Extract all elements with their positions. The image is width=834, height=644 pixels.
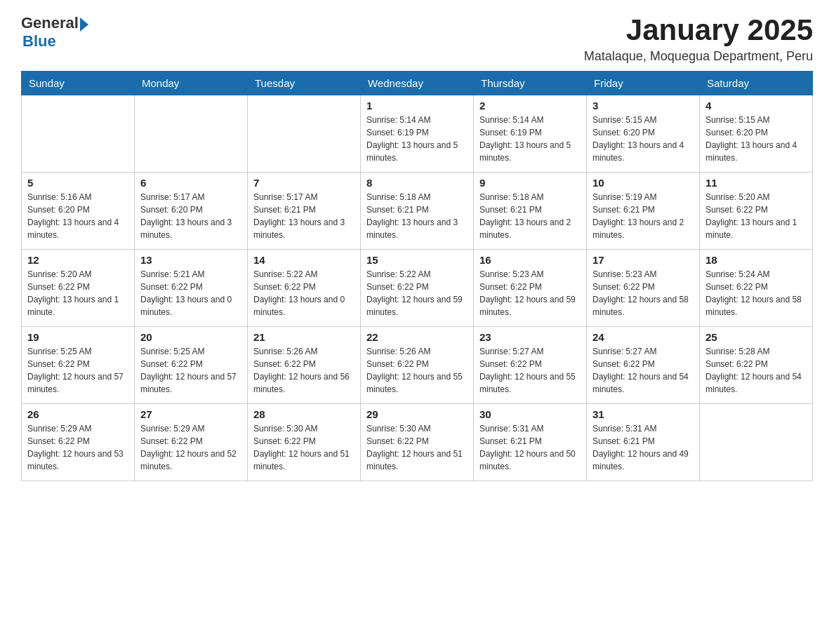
calendar-day-cell: 26Sunrise: 5:29 AMSunset: 6:22 PMDayligh… (22, 404, 135, 481)
day-sun-info: Sunrise: 5:26 AMSunset: 6:22 PMDaylight:… (253, 345, 355, 396)
calendar-week-row: 26Sunrise: 5:29 AMSunset: 6:22 PMDayligh… (22, 404, 813, 481)
calendar-day-cell: 31Sunrise: 5:31 AMSunset: 6:21 PMDayligh… (587, 404, 700, 481)
day-number: 27 (140, 408, 241, 420)
day-sun-info: Sunrise: 5:18 AMSunset: 6:21 PMDaylight:… (479, 191, 581, 241)
day-number: 8 (366, 177, 468, 189)
calendar-day-cell: 16Sunrise: 5:23 AMSunset: 6:22 PMDayligh… (474, 250, 587, 327)
day-number: 24 (593, 331, 694, 343)
calendar-day-cell: 27Sunrise: 5:29 AMSunset: 6:22 PMDayligh… (135, 404, 248, 481)
day-sun-info: Sunrise: 5:14 AMSunset: 6:19 PMDaylight:… (479, 114, 581, 164)
calendar-day-cell: 28Sunrise: 5:30 AMSunset: 6:22 PMDayligh… (248, 404, 361, 481)
day-number: 18 (706, 254, 807, 266)
page-header: General Blue January 2025 Matalaque, Moq… (21, 14, 813, 64)
day-sun-info: Sunrise: 5:23 AMSunset: 6:22 PMDaylight:… (593, 268, 694, 318)
day-sun-info: Sunrise: 5:29 AMSunset: 6:22 PMDaylight:… (27, 422, 128, 473)
calendar-day-cell: 1Sunrise: 5:14 AMSunset: 6:19 PMDaylight… (361, 95, 474, 173)
day-of-week-header: Thursday (474, 72, 587, 95)
day-sun-info: Sunrise: 5:23 AMSunset: 6:22 PMDaylight:… (479, 268, 581, 318)
calendar-day-cell (700, 404, 813, 481)
day-number: 16 (479, 254, 581, 266)
day-number: 5 (27, 177, 128, 189)
calendar-day-cell: 21Sunrise: 5:26 AMSunset: 6:22 PMDayligh… (248, 327, 361, 404)
calendar-day-cell: 15Sunrise: 5:22 AMSunset: 6:22 PMDayligh… (361, 250, 474, 327)
day-number: 15 (366, 254, 468, 266)
calendar-day-cell: 17Sunrise: 5:23 AMSunset: 6:22 PMDayligh… (587, 250, 700, 327)
day-sun-info: Sunrise: 5:30 AMSunset: 6:22 PMDaylight:… (253, 422, 355, 473)
day-sun-info: Sunrise: 5:15 AMSunset: 6:20 PMDaylight:… (706, 114, 807, 164)
day-number: 30 (479, 408, 581, 420)
day-number: 22 (366, 331, 468, 343)
day-number: 4 (706, 100, 807, 112)
day-sun-info: Sunrise: 5:22 AMSunset: 6:22 PMDaylight:… (253, 268, 355, 318)
day-sun-info: Sunrise: 5:29 AMSunset: 6:22 PMDaylight:… (140, 422, 241, 473)
calendar-day-cell: 12Sunrise: 5:20 AMSunset: 6:22 PMDayligh… (22, 250, 135, 327)
day-sun-info: Sunrise: 5:18 AMSunset: 6:21 PMDaylight:… (366, 191, 468, 241)
day-sun-info: Sunrise: 5:25 AMSunset: 6:22 PMDaylight:… (140, 345, 241, 396)
day-sun-info: Sunrise: 5:31 AMSunset: 6:21 PMDaylight:… (593, 422, 694, 473)
calendar-day-cell: 24Sunrise: 5:27 AMSunset: 6:22 PMDayligh… (587, 327, 700, 404)
day-sun-info: Sunrise: 5:17 AMSunset: 6:20 PMDaylight:… (140, 191, 241, 241)
calendar-day-cell: 20Sunrise: 5:25 AMSunset: 6:22 PMDayligh… (135, 327, 248, 404)
day-number: 13 (140, 254, 241, 266)
calendar-day-cell: 7Sunrise: 5:17 AMSunset: 6:21 PMDaylight… (248, 173, 361, 250)
calendar-day-cell: 13Sunrise: 5:21 AMSunset: 6:22 PMDayligh… (135, 250, 248, 327)
calendar-day-cell: 18Sunrise: 5:24 AMSunset: 6:22 PMDayligh… (700, 250, 813, 327)
day-sun-info: Sunrise: 5:30 AMSunset: 6:22 PMDaylight:… (366, 422, 468, 473)
day-sun-info: Sunrise: 5:21 AMSunset: 6:22 PMDaylight:… (140, 268, 241, 318)
day-sun-info: Sunrise: 5:17 AMSunset: 6:21 PMDaylight:… (253, 191, 355, 241)
day-number: 12 (27, 254, 128, 266)
day-sun-info: Sunrise: 5:27 AMSunset: 6:22 PMDaylight:… (593, 345, 694, 396)
day-number: 25 (706, 331, 807, 343)
day-sun-info: Sunrise: 5:19 AMSunset: 6:21 PMDaylight:… (593, 191, 694, 241)
day-sun-info: Sunrise: 5:31 AMSunset: 6:21 PMDaylight:… (479, 422, 581, 473)
day-number: 21 (253, 331, 355, 343)
day-number: 1 (366, 100, 468, 112)
day-number: 3 (593, 100, 694, 112)
day-sun-info: Sunrise: 5:22 AMSunset: 6:22 PMDaylight:… (366, 268, 468, 318)
day-of-week-header: Sunday (22, 72, 135, 95)
day-of-week-header: Tuesday (248, 72, 361, 95)
day-sun-info: Sunrise: 5:16 AMSunset: 6:20 PMDaylight:… (27, 191, 128, 241)
day-sun-info: Sunrise: 5:15 AMSunset: 6:20 PMDaylight:… (593, 114, 694, 164)
calendar-day-cell: 10Sunrise: 5:19 AMSunset: 6:21 PMDayligh… (587, 173, 700, 250)
calendar-day-cell: 11Sunrise: 5:20 AMSunset: 6:22 PMDayligh… (700, 173, 813, 250)
calendar-week-row: 1Sunrise: 5:14 AMSunset: 6:19 PMDaylight… (22, 95, 813, 173)
logo-arrow-icon (80, 18, 88, 32)
day-sun-info: Sunrise: 5:28 AMSunset: 6:22 PMDaylight:… (706, 345, 807, 396)
calendar-week-row: 19Sunrise: 5:25 AMSunset: 6:22 PMDayligh… (22, 327, 813, 404)
calendar-week-row: 5Sunrise: 5:16 AMSunset: 6:20 PMDaylight… (22, 173, 813, 250)
day-number: 6 (140, 177, 241, 189)
day-sun-info: Sunrise: 5:25 AMSunset: 6:22 PMDaylight:… (27, 345, 128, 396)
day-sun-info: Sunrise: 5:24 AMSunset: 6:22 PMDaylight:… (706, 268, 807, 318)
month-title: January 2025 (584, 14, 813, 46)
day-number: 23 (479, 331, 581, 343)
calendar-day-cell (248, 95, 361, 173)
day-number: 2 (479, 100, 581, 112)
calendar-day-cell (135, 95, 248, 173)
title-section: January 2025 Matalaque, Moquegua Departm… (584, 14, 813, 64)
day-of-week-header: Monday (135, 72, 248, 95)
calendar-day-cell: 30Sunrise: 5:31 AMSunset: 6:21 PMDayligh… (474, 404, 587, 481)
day-number: 7 (253, 177, 355, 189)
calendar-header-row: SundayMondayTuesdayWednesdayThursdayFrid… (22, 72, 813, 95)
calendar-day-cell: 22Sunrise: 5:26 AMSunset: 6:22 PMDayligh… (361, 327, 474, 404)
calendar-day-cell: 5Sunrise: 5:16 AMSunset: 6:20 PMDaylight… (22, 173, 135, 250)
day-number: 10 (593, 177, 694, 189)
calendar-day-cell: 9Sunrise: 5:18 AMSunset: 6:21 PMDaylight… (474, 173, 587, 250)
calendar-table: SundayMondayTuesdayWednesdayThursdayFrid… (21, 71, 813, 481)
day-sun-info: Sunrise: 5:26 AMSunset: 6:22 PMDaylight:… (366, 345, 468, 396)
day-sun-info: Sunrise: 5:20 AMSunset: 6:22 PMDaylight:… (27, 268, 128, 318)
calendar-day-cell: 29Sunrise: 5:30 AMSunset: 6:22 PMDayligh… (361, 404, 474, 481)
day-sun-info: Sunrise: 5:20 AMSunset: 6:22 PMDaylight:… (706, 191, 807, 241)
calendar-day-cell: 6Sunrise: 5:17 AMSunset: 6:20 PMDaylight… (135, 173, 248, 250)
location-subtitle: Matalaque, Moquegua Department, Peru (584, 49, 813, 64)
day-number: 26 (27, 408, 128, 420)
day-number: 29 (366, 408, 468, 420)
day-number: 19 (27, 331, 128, 343)
calendar-day-cell: 25Sunrise: 5:28 AMSunset: 6:22 PMDayligh… (700, 327, 813, 404)
day-number: 14 (253, 254, 355, 266)
day-number: 28 (253, 408, 355, 420)
logo: General Blue (21, 14, 88, 51)
calendar-day-cell: 4Sunrise: 5:15 AMSunset: 6:20 PMDaylight… (700, 95, 813, 173)
calendar-week-row: 12Sunrise: 5:20 AMSunset: 6:22 PMDayligh… (22, 250, 813, 327)
